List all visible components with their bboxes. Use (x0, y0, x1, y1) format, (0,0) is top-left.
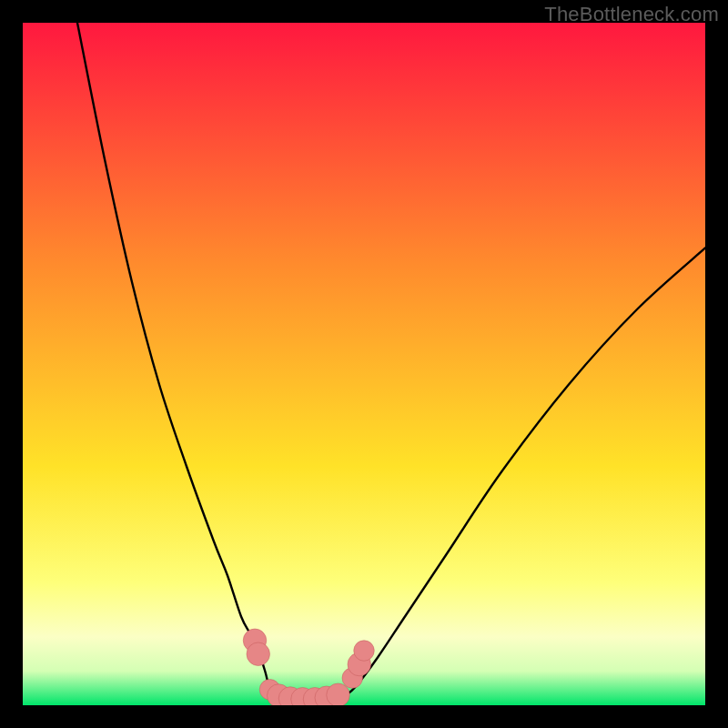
chart-frame: TheBottleneck.com (0, 0, 728, 728)
marker-point (247, 642, 270, 666)
marker-point (354, 641, 375, 662)
chart-svg (23, 23, 705, 705)
marker-point (327, 683, 350, 705)
gradient-background (23, 23, 705, 705)
watermark-text: TheBottleneck.com (544, 3, 719, 26)
plot-area (23, 23, 705, 705)
